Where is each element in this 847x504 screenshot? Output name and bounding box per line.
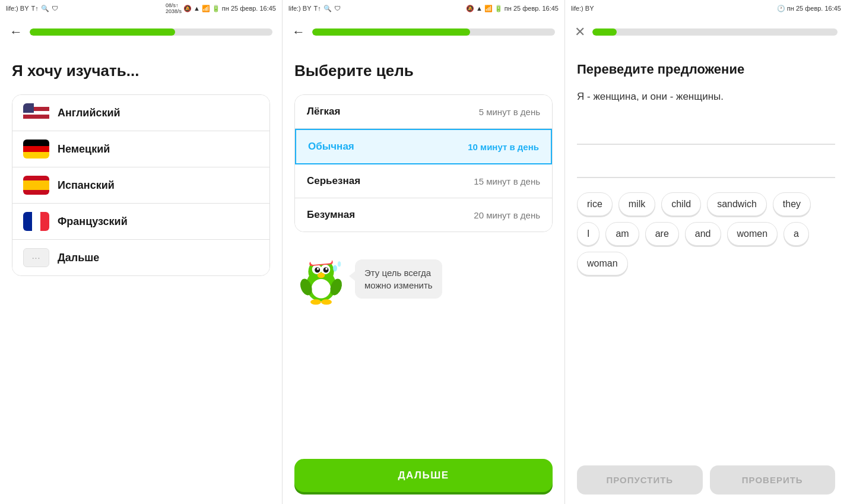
progress-bar-3: [592, 28, 838, 36]
word-chip-child[interactable]: child: [661, 192, 701, 216]
next-button-panel2[interactable]: ДАЛЬШЕ: [294, 459, 553, 492]
panel-language-selection: life:) BY T↑ 🔍 🛡 08/s↑2038/s 🔕 ▲ 📶 🔋 пн …: [0, 0, 283, 504]
progress-fill-1: [30, 28, 175, 36]
goal-item-serious[interactable]: Серьезная 15 минут в день: [295, 164, 552, 198]
check-button[interactable]: ПРОВЕРИТЬ: [710, 465, 836, 495]
skip-button[interactable]: ПРОПУСТИТЬ: [577, 465, 703, 495]
goal-name-crazy: Безумная: [307, 209, 355, 221]
status-left-3: life:) BY: [571, 5, 594, 12]
nav-bar-2: ←: [283, 17, 564, 47]
language-name-german: Немецкий: [58, 143, 110, 156]
network-speed-1: 08/s↑2038/s: [166, 2, 182, 14]
flag-more: ···: [23, 248, 49, 267]
nav-bar-3: ✕: [565, 17, 847, 47]
language-list: Английский Немецкий Испанский Французски…: [12, 94, 270, 276]
status-bar-3: life:) BY 🕐 пн 25 февр. 16:45: [565, 0, 847, 17]
panel2-title: Выберите цель: [294, 62, 553, 80]
status-right-2: 🔕 ▲ 📶 🔋 пн 25 февр. 16:45: [466, 5, 559, 12]
status-left-1: life:) BY T↑ 🔍 🛡: [6, 5, 58, 12]
exercise-content: Переведите предложение Я - женщина, и он…: [565, 47, 847, 456]
language-name-french: Французский: [58, 215, 128, 228]
back-button-2[interactable]: ←: [292, 24, 305, 40]
status-right-3: 🕐 пн 25 февр. 16:45: [777, 5, 841, 12]
language-item-more[interactable]: ··· Дальше: [12, 240, 269, 275]
signal-2: T↑: [314, 5, 321, 12]
bottom-buttons: ПРОПУСТИТЬ ПРОВЕРИТЬ: [565, 456, 847, 504]
search-icon: 🔍: [41, 5, 49, 12]
word-chip-rice[interactable]: rice: [577, 192, 613, 216]
panel1-content: Я хочу изучать... Английский Немецкий Ис…: [0, 47, 282, 504]
signal-bars-2: 📶: [484, 5, 493, 12]
language-item-spanish[interactable]: Испанский: [12, 167, 269, 204]
svg-point-9: [318, 272, 325, 278]
carrier-3: life:) BY: [571, 5, 594, 12]
svg-point-8: [325, 268, 328, 270]
goal-time-easy: 5 минут в день: [479, 107, 540, 117]
status-right-1: 08/s↑2038/s 🔕 ▲ 📶 🔋 пн 25 февр. 16:45: [166, 2, 276, 14]
mascot-bird: [294, 252, 348, 306]
time-3: пн 25 февр. 16:45: [787, 5, 841, 12]
search-icon-2: 🔍: [323, 5, 332, 12]
shield-icon: 🛡: [52, 5, 58, 12]
word-chip-are[interactable]: are: [645, 222, 679, 246]
time-2: пн 25 февр. 16:45: [505, 5, 559, 12]
signal-bars-1: 📶: [202, 5, 210, 12]
answer-area-top[interactable]: [577, 119, 835, 145]
shield-icon-2: 🛡: [334, 5, 341, 12]
answer-area-bottom[interactable]: [577, 152, 835, 178]
language-item-french[interactable]: Французский: [12, 204, 269, 240]
svg-point-17: [338, 261, 341, 267]
word-chip-woman[interactable]: woman: [577, 252, 628, 275]
word-chip-I[interactable]: I: [577, 222, 599, 246]
goal-item-normal[interactable]: Обычная 10 минут в день: [295, 129, 552, 164]
nav-bar-1: ←: [0, 17, 282, 47]
carrier-1: life:) BY: [6, 5, 29, 12]
svg-point-14: [310, 299, 321, 305]
goal-time-serious: 15 минут в день: [474, 176, 540, 186]
word-chip-and[interactable]: and: [685, 222, 721, 246]
clock-icon: 🕐: [777, 5, 785, 12]
time-1: пн 25 февр. 16:45: [222, 5, 276, 12]
close-button[interactable]: ✕: [575, 26, 585, 39]
word-chip-women[interactable]: women: [727, 222, 778, 246]
language-name-spanish: Испанский: [58, 179, 115, 192]
goal-name-easy: Лёгкая: [307, 106, 340, 118]
carrier-2: life:) BY: [288, 5, 312, 12]
language-name-more: Дальше: [58, 252, 99, 264]
mute-icon: 🔕: [183, 5, 192, 12]
language-item-german[interactable]: Немецкий: [12, 131, 269, 167]
panel-goal-selection: life:) BY T↑ 🔍 🛡 🔕 ▲ 📶 🔋 пн 25 февр. 16:…: [283, 0, 565, 504]
wifi-icon: ▲: [193, 5, 200, 12]
word-chip-sandwich[interactable]: sandwich: [707, 192, 767, 216]
svg-point-16: [333, 265, 337, 272]
panel2-bottom: ДАЛЬШЕ: [283, 459, 564, 504]
wifi-icon-2: ▲: [476, 5, 483, 12]
exercise-sentence: Я - женщина, и они - женщины.: [577, 89, 835, 104]
goal-list: Лёгкая 5 минут в день Обычная 10 минут в…: [294, 94, 553, 232]
word-chip-milk[interactable]: milk: [618, 192, 655, 216]
mascot-speech-bubble: Эту цель всегда можно изменить: [355, 259, 442, 299]
language-name-english: Английский: [58, 107, 120, 119]
word-chip-a[interactable]: a: [783, 222, 809, 246]
battery-1: 🔋: [212, 5, 220, 12]
flag-fr: [23, 212, 49, 231]
goal-name-serious: Серьезная: [307, 175, 360, 187]
goal-item-easy[interactable]: Лёгкая 5 минут в день: [295, 95, 552, 129]
exercise-title: Переведите предложение: [577, 62, 835, 77]
progress-fill-3: [592, 28, 617, 36]
goal-time-normal: 10 минут в день: [468, 142, 539, 152]
language-item-english[interactable]: Английский: [12, 95, 269, 131]
goal-time-crazy: 20 минут в день: [474, 210, 540, 220]
panel2-content: Выберите цель Лёгкая 5 минут в день Обыч…: [283, 47, 564, 459]
flag-us: [23, 103, 49, 122]
word-chip-am[interactable]: am: [605, 222, 639, 246]
progress-bar-1: [30, 28, 272, 36]
flag-es: [23, 176, 49, 195]
word-chip-they[interactable]: they: [773, 192, 811, 216]
signal-1: T↑: [31, 5, 39, 12]
panel-translation: life:) BY 🕐 пн 25 февр. 16:45 ✕ Переведи…: [565, 0, 847, 504]
mute-icon-2: 🔕: [466, 5, 474, 12]
status-left-2: life:) BY T↑ 🔍 🛡: [288, 5, 341, 12]
back-button-1[interactable]: ←: [9, 24, 23, 40]
goal-item-crazy[interactable]: Безумная 20 минут в день: [295, 198, 552, 232]
